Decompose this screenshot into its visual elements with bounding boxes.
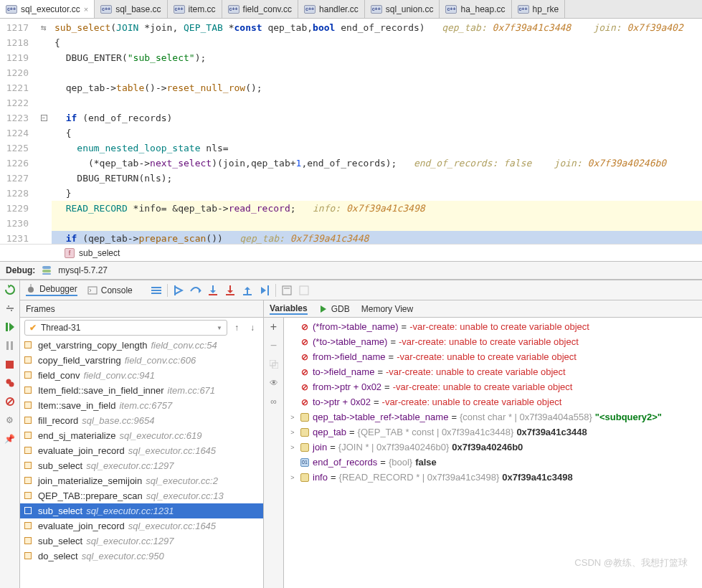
stack-frame[interactable]: sub_select sql_executor.cc:1297: [20, 534, 263, 549]
code-editor[interactable]: 1217121812191220122112221223122412251226…: [0, 19, 702, 244]
stack-frame[interactable]: field_conv field_conv.cc:941: [20, 368, 263, 383]
tab-variables[interactable]: Variables: [270, 303, 308, 315]
code-line[interactable]: qep_tab->table()->reset_null_row();: [52, 80, 702, 95]
svg-rect-6: [6, 361, 14, 369]
frame-icon: [24, 387, 34, 395]
code-line[interactable]: DBUG_ENTER("sub_select");: [52, 50, 702, 65]
stack-frame[interactable]: join_materialize_semijoin sql_executor.c…: [20, 473, 263, 488]
next-frame-button[interactable]: ↓: [246, 321, 259, 334]
code-content[interactable]: sub_select(JOIN *join, QEP_TAB *const qe…: [52, 19, 702, 244]
remove-watch-button[interactable]: −: [267, 339, 280, 352]
variable-row[interactable]: ⊘(*from->table_name) = -var-create: unab…: [284, 319, 702, 334]
tab-console-label: Console: [101, 285, 133, 295]
breadcrumb-function[interactable]: sub_select: [79, 248, 120, 258]
frame-list[interactable]: get_varstring_copy_length field_conv.cc:…: [20, 338, 263, 588]
view-breakpoints-button[interactable]: [4, 376, 16, 389]
step-into-button[interactable]: [207, 284, 219, 297]
add-watch-button[interactable]: +: [267, 321, 280, 333]
frame-icon: [24, 417, 34, 425]
code-line[interactable]: {: [52, 35, 702, 50]
file-tab[interactable]: c++sql_executor.cc×: [0, 0, 95, 18]
file-tab[interactable]: c++item.cc: [168, 0, 222, 18]
stack-frame[interactable]: evaluate_join_record sql_executor.cc:164…: [20, 443, 263, 458]
expand-toggle[interactable]: >: [288, 474, 297, 481]
tab-console[interactable]: Console: [87, 285, 133, 295]
file-tab[interactable]: c++sql_union.cc: [365, 0, 440, 18]
variable-row[interactable]: ⊘(*to->table_name) = -var-create: unable…: [284, 334, 702, 349]
frames-header: Frames: [20, 300, 263, 318]
tab-gdb[interactable]: GDB: [319, 304, 350, 314]
tab-debugger[interactable]: Debugger: [26, 284, 77, 296]
prev-frame-button[interactable]: ↑: [230, 321, 243, 334]
variable-row[interactable]: ⊘from->ptr + 0x02 = -var-create: unable …: [284, 379, 702, 394]
stack-frame[interactable]: QEP_TAB::prepare_scan sql_executor.cc:13: [20, 488, 263, 503]
file-tab[interactable]: c++ha_heap.cc: [440, 0, 511, 18]
code-line[interactable]: enum_nested_loop_state nls=: [52, 141, 702, 156]
trace-button[interactable]: [298, 284, 310, 297]
variable-row[interactable]: ⊘to->ptr + 0x02 = -var-create: unable to…: [284, 394, 702, 409]
code-line[interactable]: }: [52, 186, 702, 201]
expand-toggle[interactable]: >: [288, 414, 297, 421]
threads-list-button[interactable]: [150, 284, 163, 297]
stack-frame[interactable]: sub_select sql_executor.cc:1231: [20, 503, 263, 518]
expand-toggle[interactable]: >: [288, 429, 297, 436]
variable-row[interactable]: ⊘to->field_name = -var-create: unable to…: [284, 364, 702, 379]
code-line[interactable]: DBUG_RETURN(nls);: [52, 171, 702, 186]
variable-row[interactable]: >info = {READ_RECORD * | 0x7f39a41c3498}…: [284, 470, 702, 485]
variable-row[interactable]: >qep_tab = {QEP_TAB * const | 0x7f39a41c…: [284, 425, 702, 440]
stack-frame[interactable]: sub_select sql_executor.cc:1297: [20, 458, 263, 473]
stack-frame[interactable]: end_sj_materialize sql_executor.cc:619: [20, 428, 263, 443]
evaluate-expression-button[interactable]: [280, 284, 293, 297]
file-tab[interactable]: c++field_conv.cc: [222, 0, 298, 18]
file-tab[interactable]: c++hp_rke: [512, 0, 566, 18]
object-icon: [300, 442, 310, 452]
debug-config-name[interactable]: mysql-5.7.27: [58, 265, 108, 275]
pin-button[interactable]: 📌: [4, 432, 16, 445]
pause-button[interactable]: [4, 339, 16, 352]
code-line[interactable]: if (qep_tab->prepare_scan()) qep_tab: 0x…: [52, 231, 702, 244]
code-line[interactable]: (*qep_tab->next_select)(join,qep_tab+1,e…: [52, 156, 702, 171]
code-line[interactable]: if (end_of_records): [52, 110, 702, 125]
run-to-cursor-button[interactable]: [258, 284, 271, 297]
variable-row[interactable]: ⊘from->field_name = -var-create: unable …: [284, 349, 702, 364]
step-out-button[interactable]: [241, 284, 254, 297]
show-watches-button[interactable]: 👁: [267, 376, 280, 389]
force-step-into-button[interactable]: [224, 284, 237, 297]
stack-frame[interactable]: fill_record sql_base.cc:9654: [20, 413, 263, 428]
stack-frame[interactable]: evaluate_join_record sql_executor.cc:164…: [20, 518, 263, 534]
debug-more-button[interactable]: ⚙: [4, 414, 16, 427]
stack-frame[interactable]: do_select sql_executor.cc:950: [20, 549, 263, 564]
link-button[interactable]: ∞: [267, 395, 280, 408]
file-tab-label: field_conv.cc: [243, 4, 292, 14]
code-line[interactable]: [52, 216, 702, 231]
show-execution-point-button[interactable]: [172, 284, 185, 297]
stack-frame[interactable]: Item_field::save_in_field_inner item.cc:…: [20, 383, 263, 398]
duplicate-watch-button[interactable]: [267, 358, 280, 371]
variable-row[interactable]: >join = {JOIN * | 0x7f39a40246b0} 0x7f39…: [284, 440, 702, 455]
expand-toggle[interactable]: >: [288, 444, 297, 451]
code-line[interactable]: READ_RECORD *info= &qep_tab->read_record…: [52, 201, 702, 216]
mute-breakpoints-button[interactable]: [4, 395, 16, 408]
resume-button[interactable]: [4, 321, 16, 333]
file-tab[interactable]: c++handler.cc: [298, 0, 365, 18]
code-line[interactable]: sub_select(JOIN *join, QEP_TAB *const qe…: [52, 20, 702, 35]
stack-frame[interactable]: get_varstring_copy_length field_conv.cc:…: [20, 338, 263, 353]
variable-row[interactable]: 01end_of_records = {bool} false: [284, 455, 702, 470]
code-line[interactable]: [52, 95, 702, 110]
settings-button[interactable]: [4, 302, 16, 315]
close-icon[interactable]: ×: [84, 5, 88, 14]
step-over-button[interactable]: [189, 284, 202, 297]
code-line[interactable]: {: [52, 125, 702, 141]
variables-toolbar: + − 👁 ∞: [264, 318, 284, 588]
code-line[interactable]: [52, 65, 702, 80]
stack-frame[interactable]: copy_field_varstring field_conv.cc:606: [20, 353, 263, 368]
thread-dropdown[interactable]: ✔ Thread-31 ▼: [24, 320, 227, 336]
variable-list[interactable]: ⊘(*from->table_name) = -var-create: unab…: [284, 318, 702, 588]
tab-memory-view[interactable]: Memory View: [361, 304, 413, 314]
variable-row[interactable]: >qep_tab->table_ref->table_name = {const…: [284, 409, 702, 425]
rerun-button[interactable]: [4, 283, 16, 296]
stop-button[interactable]: [4, 358, 16, 371]
file-tab[interactable]: c++sql_base.cc: [95, 0, 167, 18]
stack-frame[interactable]: Item::save_in_field item.cc:6757: [20, 398, 263, 413]
fold-icon[interactable]: −: [41, 115, 47, 121]
